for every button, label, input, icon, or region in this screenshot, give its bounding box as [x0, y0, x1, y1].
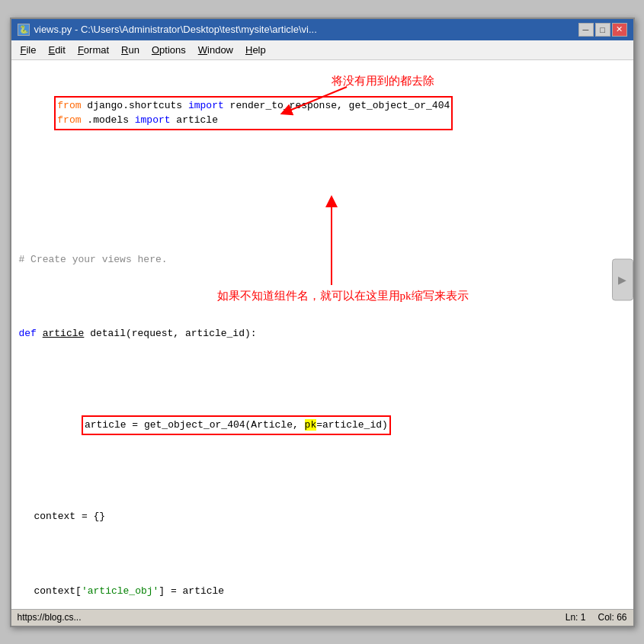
annotation-bottom: 如果不知道组件名，就可以在这里用pk缩写来表示	[217, 289, 469, 303]
menu-window[interactable]: Window	[192, 43, 239, 57]
code-content: from django.shortcuts import render_to_r…	[19, 66, 626, 609]
window-title: views.py - C:\Users\Administrator\Deskto…	[34, 24, 317, 35]
annotation-top: 将没有用到的都去除	[332, 74, 434, 88]
app-icon: 🐍	[18, 24, 30, 36]
article-line: article = get_object_or_404(Article, pk=…	[19, 401, 626, 450]
main-window: 🐍 views.py - C:\Users\Administrator\Desk…	[10, 18, 635, 627]
blank-line	[19, 178, 626, 193]
context-line: context = {}	[19, 509, 626, 524]
title-bar: 🐍 views.py - C:\Users\Administrator\Desk…	[11, 19, 633, 40]
get-object-box: article = get_object_or_404(Article, pk=…	[82, 415, 391, 435]
editor-area[interactable]: from django.shortcuts import render_to_r…	[11, 60, 633, 609]
status-url: https://blog.cs...	[18, 612, 82, 623]
status-bar: https://blog.cs... Ln: 1 Col: 66	[11, 609, 633, 626]
menu-format[interactable]: Format	[72, 43, 115, 57]
def-line: def article detail(request, article_id):	[19, 326, 626, 341]
status-ln: Ln: 1	[566, 612, 586, 623]
comment-line: # Create your views here.	[19, 252, 626, 268]
menu-run[interactable]: Run	[115, 43, 146, 57]
menu-bar: File Edit Format Run Options Window Help	[11, 40, 633, 60]
title-bar-left: 🐍 views.py - C:\Users\Administrator\Desk…	[18, 24, 317, 36]
menu-options[interactable]: Options	[146, 43, 192, 57]
scroll-right-indicator[interactable]: ▶	[612, 258, 633, 300]
menu-file[interactable]: File	[14, 43, 43, 57]
context-obj-line: context['article_obj'] = article	[19, 584, 626, 599]
maximize-button[interactable]: □	[595, 23, 610, 37]
status-right: Ln: 1 Col: 66	[566, 612, 627, 623]
close-button[interactable]: ✕	[612, 23, 627, 37]
title-bar-buttons: ─ □ ✕	[578, 23, 627, 37]
menu-edit[interactable]: Edit	[42, 43, 71, 57]
menu-help[interactable]: Help	[239, 43, 272, 57]
status-col: Col: 66	[598, 612, 626, 623]
minimize-button[interactable]: ─	[578, 23, 594, 37]
import-box: from django.shortcuts import render_to_r…	[54, 96, 453, 130]
